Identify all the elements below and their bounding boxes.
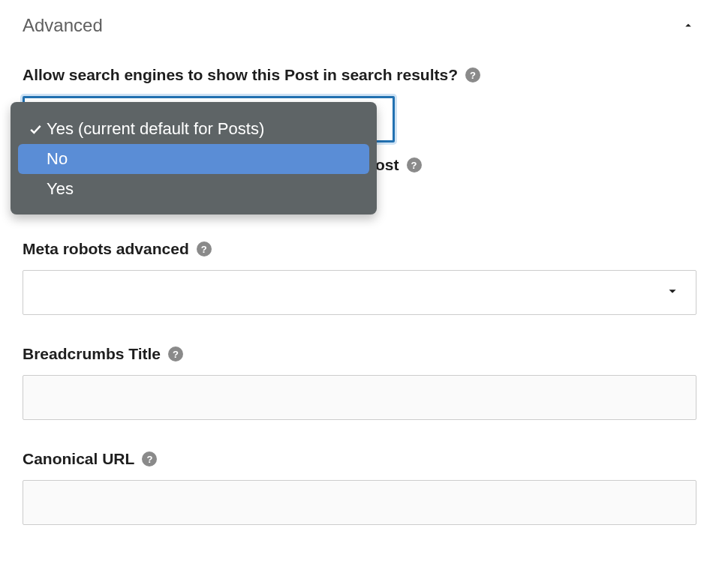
canonical-url-label: Canonical URL ? bbox=[23, 450, 157, 468]
dropdown-option-label: Yes (current default for Posts) bbox=[47, 119, 264, 139]
allow-search-field-group: Allow search engines to show this Post i… bbox=[23, 66, 696, 210]
check-icon bbox=[24, 122, 47, 136]
advanced-panel: Advanced Allow search engines to show th… bbox=[0, 0, 719, 562]
allow-search-select-wrapper: Yes (current default for Posts) No Yes bbox=[23, 96, 696, 142]
follow-links-label-suffix: ost bbox=[375, 156, 399, 174]
help-icon[interactable]: ? bbox=[142, 452, 157, 466]
allow-search-label: Allow search engines to show this Post i… bbox=[23, 66, 480, 84]
help-icon[interactable]: ? bbox=[407, 158, 422, 172]
panel-title: Advanced bbox=[23, 15, 103, 36]
breadcrumbs-field-group: Breadcrumbs Title ? bbox=[23, 345, 696, 420]
meta-robots-select[interactable] bbox=[23, 270, 696, 315]
dropdown-option-label: No bbox=[47, 149, 68, 169]
dropdown-option-no[interactable]: No bbox=[18, 144, 369, 174]
help-icon[interactable]: ? bbox=[168, 346, 183, 362]
allow-search-label-text: Allow search engines to show this Post i… bbox=[23, 66, 458, 84]
chevron-up-icon bbox=[680, 17, 696, 34]
breadcrumbs-input[interactable] bbox=[23, 375, 696, 420]
dropdown-option-label: Yes bbox=[47, 179, 74, 199]
breadcrumbs-label-text: Breadcrumbs Title bbox=[23, 345, 161, 363]
dropdown-option-yes[interactable]: Yes bbox=[18, 174, 369, 204]
help-icon[interactable]: ? bbox=[197, 242, 212, 256]
follow-links-label-partial: ost ? bbox=[375, 156, 422, 174]
meta-robots-label-text: Meta robots advanced bbox=[23, 240, 189, 258]
canonical-url-input[interactable] bbox=[23, 480, 696, 525]
canonical-url-field-group: Canonical URL ? bbox=[23, 450, 696, 525]
chevron-down-icon bbox=[664, 283, 681, 303]
help-icon[interactable]: ? bbox=[465, 68, 480, 82]
breadcrumbs-label: Breadcrumbs Title ? bbox=[23, 345, 183, 363]
meta-robots-label: Meta robots advanced ? bbox=[23, 240, 212, 258]
meta-robots-field-group: Meta robots advanced ? bbox=[23, 240, 696, 315]
canonical-url-label-text: Canonical URL bbox=[23, 450, 134, 468]
allow-search-dropdown: Yes (current default for Posts) No Yes bbox=[11, 102, 377, 214]
advanced-panel-header[interactable]: Advanced bbox=[23, 15, 696, 36]
dropdown-option-default-yes[interactable]: Yes (current default for Posts) bbox=[18, 114, 369, 144]
